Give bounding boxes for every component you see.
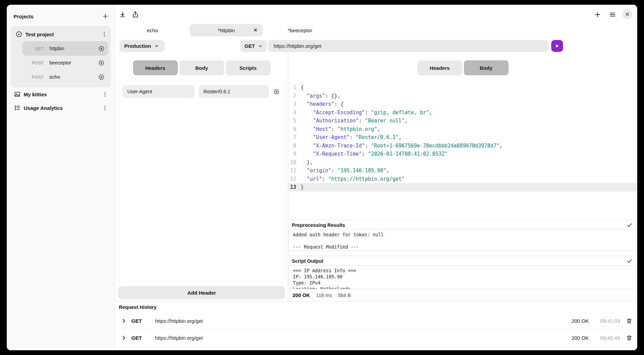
section-title: Preprocessing Results bbox=[292, 222, 345, 228]
download-button[interactable] bbox=[119, 11, 126, 18]
environment-label: Production bbox=[124, 43, 151, 49]
my-kitties-kebab-button[interactable] bbox=[102, 91, 108, 98]
request-history: Request History GEThttps://httpbin.org/g… bbox=[115, 301, 637, 350]
add-project-button[interactable] bbox=[102, 13, 109, 20]
plus-icon bbox=[594, 11, 601, 18]
status-code: 200 OK bbox=[293, 292, 310, 298]
line-content: "args": {}, bbox=[301, 92, 340, 100]
topbar bbox=[115, 5, 637, 24]
usage-analytics-kebab-button[interactable] bbox=[102, 104, 108, 111]
request-name-label: echo bbox=[49, 74, 98, 80]
line-number: 4 bbox=[288, 109, 296, 117]
sidebar-header: Projects bbox=[7, 5, 115, 23]
code-line: 12 "url": "https://httpbin.org/get" bbox=[288, 175, 637, 183]
line-number: 6 bbox=[288, 125, 296, 134]
request-headers-card bbox=[118, 81, 285, 282]
request-name-label: httpbin bbox=[49, 46, 98, 51]
close-window-button[interactable] bbox=[622, 9, 632, 19]
line-number: 1 bbox=[288, 83, 296, 92]
request-tab-body[interactable]: Body bbox=[179, 60, 224, 75]
chevron-right-icon bbox=[121, 318, 127, 324]
line-content: "User-Agent": "Roster/0.6.1", bbox=[301, 133, 402, 142]
sidebar-item-my-kitties[interactable]: My kitties bbox=[7, 87, 115, 101]
preprocessing-results-header[interactable]: Preprocessing Results bbox=[288, 220, 637, 230]
header-value-input[interactable] bbox=[199, 85, 269, 98]
reqbar-divider bbox=[164, 41, 164, 51]
header-row bbox=[123, 85, 281, 98]
line-number: 7 bbox=[288, 133, 296, 142]
history-time: 09:40:48 bbox=[594, 335, 620, 341]
delete-history-button[interactable] bbox=[626, 335, 632, 341]
code-line: 1{ bbox=[288, 83, 637, 92]
close-request-button[interactable] bbox=[98, 60, 105, 66]
code-line: 13} bbox=[288, 183, 637, 192]
delete-history-button[interactable] bbox=[626, 318, 632, 324]
tab-label: *httpbin bbox=[218, 27, 235, 33]
line-content: { bbox=[301, 83, 304, 92]
clock-check-icon bbox=[16, 31, 22, 38]
line-content: "X-Amzn-Trace-Id": "Root=1-6967569e-78ec… bbox=[301, 142, 502, 150]
code-line: 4 "Accept-Encoding": "gzip, deflate, br"… bbox=[288, 109, 637, 117]
close-icon bbox=[253, 27, 258, 33]
environment-dropdown[interactable]: Production bbox=[120, 40, 164, 52]
history-row[interactable]: GEThttps://httpbin.org/get200 OK09:41:03 bbox=[115, 312, 637, 329]
response-status-row: 200 OK 118 ms 564 B bbox=[293, 292, 351, 298]
line-content: "Accept-Encoding": "gzip, deflate, br", bbox=[301, 109, 432, 117]
line-content: "X-Request-Time": "2026-01-14T08:41:02.8… bbox=[301, 150, 448, 158]
script-output-section: Script Output === IP Address Info === IP… bbox=[288, 256, 637, 289]
line-number: 3 bbox=[288, 100, 296, 109]
close-request-button[interactable] bbox=[98, 45, 105, 52]
document-tab-echo[interactable]: echo bbox=[115, 24, 189, 36]
document-tab-beeceptor[interactable]: *beeceptor bbox=[263, 24, 337, 36]
response-tab-headers[interactable]: Headers bbox=[417, 60, 462, 75]
project-group-kebab-button[interactable] bbox=[101, 31, 107, 38]
code-line: 9 "X-Request-Time": "2026-01-14T08:41:02… bbox=[288, 150, 637, 158]
list-icon bbox=[14, 104, 21, 111]
request-tab-headers[interactable]: Headers bbox=[133, 60, 178, 75]
trash-icon bbox=[626, 335, 632, 341]
expand-row-button[interactable] bbox=[121, 318, 127, 324]
request-tab-scripts[interactable]: Scripts bbox=[226, 60, 271, 75]
menu-button[interactable] bbox=[609, 11, 616, 18]
header-key-input[interactable] bbox=[123, 85, 194, 98]
response-body-code[interactable]: 1{2 "args": {},3 "headers": {4 "Accept-E… bbox=[288, 81, 637, 218]
app-window: Projects Test project GEThttpbinPOSTbeec… bbox=[7, 5, 637, 350]
method-dropdown[interactable]: GET bbox=[240, 40, 267, 52]
script-output-header[interactable]: Script Output bbox=[288, 256, 637, 265]
history-row[interactable]: GEThttps://httpbin.org/get200 OK09:40:48 bbox=[115, 329, 637, 346]
project-group-header[interactable]: Test project bbox=[14, 28, 108, 40]
share-button[interactable] bbox=[132, 11, 139, 18]
circle-x-icon bbox=[273, 88, 280, 95]
request-header-rows bbox=[123, 85, 281, 98]
response-tab-body[interactable]: Body bbox=[464, 60, 509, 75]
close-icon bbox=[625, 12, 630, 17]
request-method-label: POST bbox=[22, 60, 44, 65]
line-content: "headers": { bbox=[301, 100, 343, 109]
project-request-item[interactable]: POSTecho bbox=[22, 70, 108, 84]
section-title: Script Output bbox=[292, 258, 323, 264]
remove-header-button[interactable] bbox=[273, 88, 280, 95]
close-request-button[interactable] bbox=[98, 74, 105, 80]
download-icon bbox=[119, 11, 126, 18]
line-number: 11 bbox=[288, 166, 296, 175]
close-tab-button[interactable] bbox=[253, 27, 258, 33]
document-tab-httpbin[interactable]: *httpbin bbox=[190, 24, 263, 36]
sidebar-item-label: Usage Analytics bbox=[24, 105, 102, 111]
code-line: 6 "Host": "httpbin.org", bbox=[288, 125, 637, 134]
chevron-down-icon bbox=[258, 44, 263, 48]
response-time: 118 ms bbox=[316, 293, 332, 298]
url-input[interactable] bbox=[268, 40, 549, 52]
project-request-item[interactable]: POSTbeeceptor bbox=[22, 56, 108, 70]
menu-icon bbox=[609, 11, 616, 18]
send-button[interactable] bbox=[551, 40, 563, 52]
add-header-button[interactable]: Add Header bbox=[118, 286, 285, 299]
new-tab-button[interactable] bbox=[594, 11, 601, 18]
preprocessing-results-section: Preprocessing Results Added auth header … bbox=[288, 220, 637, 251]
response-tabs: HeadersBody bbox=[288, 60, 637, 75]
expand-row-button[interactable] bbox=[121, 335, 127, 341]
sidebar-item-usage-analytics[interactable]: Usage Analytics bbox=[7, 101, 115, 115]
request-history-title: Request History bbox=[115, 301, 637, 310]
line-content: } bbox=[301, 183, 304, 192]
project-request-item[interactable]: GEThttpbin bbox=[22, 41, 108, 56]
history-method: GET bbox=[131, 335, 155, 341]
